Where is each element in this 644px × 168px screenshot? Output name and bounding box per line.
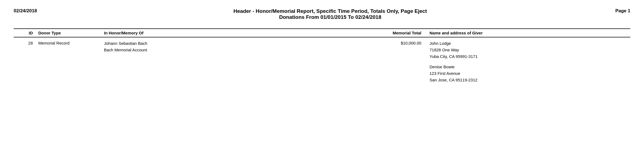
report-title: Header - Honor/Memorial Report, Specific… bbox=[57, 8, 603, 20]
report-date: 02/24/2018 bbox=[14, 8, 57, 14]
cell-memorial-total: $10,000.00 bbox=[347, 40, 424, 87]
col-header-honor-memory: In Honor/Memory Of bbox=[101, 31, 347, 35]
giver1-address-line2: Yuba City, CA 95991-3171 bbox=[430, 53, 630, 60]
giver1-name: John Lodge bbox=[430, 40, 630, 47]
report-title-line1: Header - Honor/Memorial Report, Specific… bbox=[57, 8, 603, 14]
report-title-line2: Donations From 01/01/2015 To 02/24/2018 bbox=[57, 14, 603, 20]
giver2-address-line2: San Jose, CA 95119-2312 bbox=[430, 77, 630, 83]
giver2-name: Denise Bowie bbox=[430, 64, 630, 70]
table-header-row: ID Donor Type In Honor/Memory Of Memoria… bbox=[14, 28, 630, 37]
cell-id: 28 bbox=[14, 40, 36, 87]
honor-memory-line1: Johann Sebastian Bach bbox=[104, 40, 347, 47]
table-row: 28 Memorial Record Johann Sebastian Bach… bbox=[14, 37, 630, 90]
cell-donor-type: Memorial Record bbox=[36, 40, 101, 87]
page-header: 02/24/2018 Header - Honor/Memorial Repor… bbox=[14, 8, 630, 20]
giver-address-block-1: John Lodge 71828 One Way Yuba City, CA 9… bbox=[430, 40, 630, 60]
giver1-address-line1: 71828 One Way bbox=[430, 47, 630, 53]
report-table: ID Donor Type In Honor/Memory Of Memoria… bbox=[14, 28, 630, 90]
honor-memory-line2: Bach Memorial Account bbox=[104, 47, 347, 53]
cell-giver: John Lodge 71828 One Way Yuba City, CA 9… bbox=[424, 40, 630, 87]
giver-address-block-2: Denise Bowie 123 First Avenue San Jose, … bbox=[430, 64, 630, 83]
col-header-giver: Name and address of Giver bbox=[424, 31, 630, 35]
cell-honor-memory: Johann Sebastian Bach Bach Memorial Acco… bbox=[101, 40, 347, 87]
page-number: Page 1 bbox=[603, 8, 630, 14]
giver2-address-line1: 123 First Avenue bbox=[430, 70, 630, 77]
col-header-id: ID bbox=[14, 31, 36, 35]
col-header-memorial-total: Memorial Total bbox=[347, 31, 424, 35]
page: 02/24/2018 Header - Honor/Memorial Repor… bbox=[0, 0, 644, 98]
col-header-donor-type: Donor Type bbox=[36, 31, 101, 35]
